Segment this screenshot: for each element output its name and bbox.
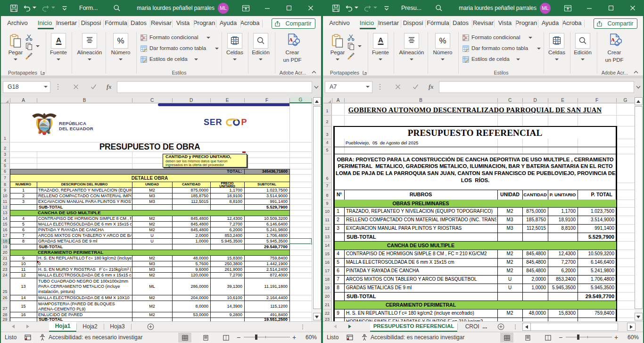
svg-text:SER: SER xyxy=(204,118,222,127)
svg-text:A: A xyxy=(289,37,293,42)
svg-text:A: A xyxy=(611,37,615,42)
svg-text:%: % xyxy=(117,36,124,45)
svg-text:A: A xyxy=(378,36,383,44)
svg-text:P: P xyxy=(241,118,247,127)
svg-text:A: A xyxy=(56,36,61,44)
svg-text:%: % xyxy=(439,36,446,45)
